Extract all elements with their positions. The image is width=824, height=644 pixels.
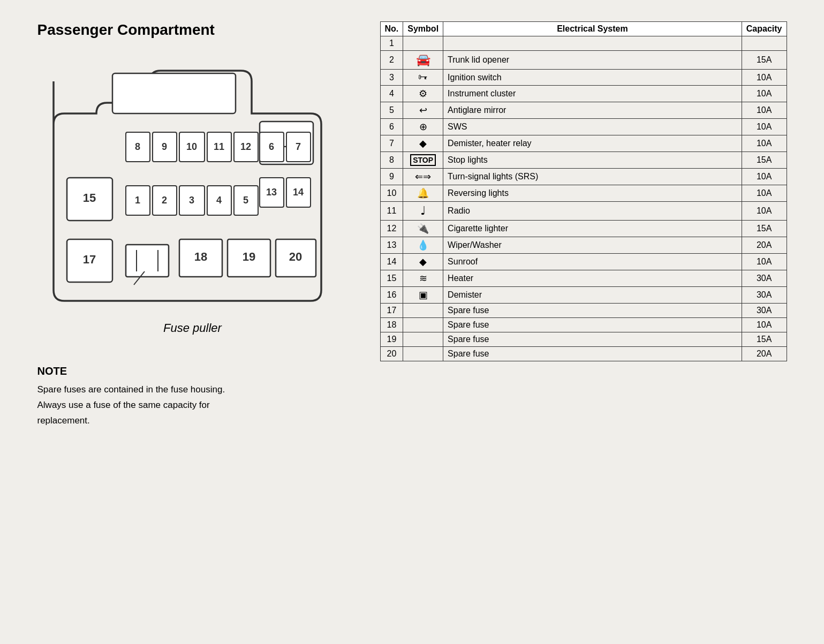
svg-text:13: 13 [266, 187, 276, 198]
table-header-row: No. Symbol Electrical System Capacity [380, 22, 787, 36]
table-row: 4 ⚙ Instrument cluster 10A [380, 86, 787, 102]
table-row: 14 ◆ Sunroof 10A [380, 254, 787, 270]
row-capacity [742, 36, 787, 51]
table-row: 19 Spare fuse 15A [380, 332, 787, 347]
svg-text:3: 3 [188, 195, 194, 206]
svg-text:15: 15 [82, 191, 95, 204]
row-system [443, 36, 742, 51]
table-row: 16 ▣ Demister 30A [380, 287, 787, 304]
table-row: 10 🔔 Reversing lights 10A [380, 185, 787, 202]
table-row: 9 ⇐⇒ Turn-signal lights (SRS) 10A [380, 169, 787, 185]
svg-text:4: 4 [216, 195, 221, 206]
note-section: NOTE Spare fuses are contained in the fu… [37, 362, 348, 429]
svg-text:17: 17 [82, 253, 95, 266]
fuse-box-svg: 16 8 9 10 11 12 13 [37, 49, 337, 312]
svg-text:5: 5 [243, 195, 248, 206]
svg-text:7: 7 [295, 141, 300, 152]
svg-text:9: 9 [161, 141, 167, 152]
table-row: 20 Spare fuse 20A [380, 347, 787, 361]
svg-rect-35 [126, 245, 169, 277]
col-symbol: Symbol [403, 22, 443, 36]
fuse-table: No. Symbol Electrical System Capacity 1 … [380, 21, 787, 361]
row-symbol [403, 36, 443, 51]
table-row: 3 🗝 Ignition switch 10A [380, 70, 787, 86]
note-title: NOTE [37, 362, 348, 380]
page-container: Passenger Compartment 16 8 9 1 [37, 21, 787, 429]
table-row: 15 ≋ Heater 30A [380, 270, 787, 287]
svg-text:1: 1 [134, 195, 140, 206]
table-row: 2 🚘 Trunk lid opener 15A [380, 51, 787, 70]
left-section: Passenger Compartment 16 8 9 1 [37, 21, 348, 429]
col-capacity: Capacity [742, 22, 787, 36]
table-row: 13 💧 Wiper/Washer 20A [380, 237, 787, 254]
table-row: 1 [380, 36, 787, 51]
table-row: 6 ⊕ SWS 10A [380, 119, 787, 135]
svg-text:11: 11 [213, 141, 224, 152]
table-row: 18 Spare fuse 10A [380, 318, 787, 332]
svg-text:14: 14 [292, 187, 303, 198]
table-row: 11 ♩ Radio 10A [380, 202, 787, 221]
table-row: 12 🔌 Cigarette lighter 15A [380, 221, 787, 237]
col-no: No. [380, 22, 403, 36]
table-row: 17 Spare fuse 30A [380, 304, 787, 318]
section-title: Passenger Compartment [37, 21, 348, 39]
svg-text:8: 8 [134, 141, 140, 152]
svg-text:20: 20 [289, 250, 301, 263]
stop-symbol: STOP [410, 154, 436, 166]
fuse-puller-label: Fuse puller [37, 321, 348, 335]
svg-text:18: 18 [194, 250, 207, 263]
fuse-box-diagram: 16 8 9 10 11 12 13 [37, 49, 337, 312]
table-row: 8 STOP Stop lights 15A [380, 152, 787, 169]
svg-text:12: 12 [240, 141, 251, 152]
note-text: Spare fuses are contained in the fuse ho… [37, 382, 348, 429]
svg-text:10: 10 [186, 141, 196, 152]
table-row: 7 ◆ Demister, heater relay 10A [380, 135, 787, 152]
row-no: 1 [380, 36, 403, 51]
svg-text:2: 2 [161, 195, 167, 206]
svg-text:6: 6 [268, 141, 274, 152]
table-row: 5 ↩ Antiglare mirror 10A [380, 102, 787, 119]
right-section: No. Symbol Electrical System Capacity 1 … [380, 21, 787, 361]
col-system: Electrical System [443, 22, 742, 36]
svg-text:19: 19 [242, 250, 255, 263]
svg-rect-0 [112, 73, 236, 113]
